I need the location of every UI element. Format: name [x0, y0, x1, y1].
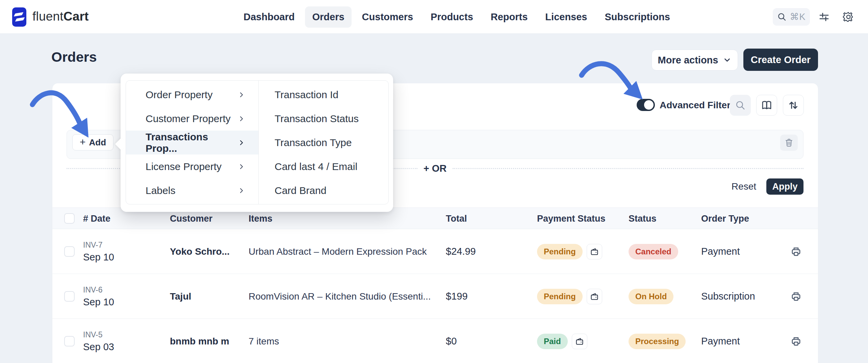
order-items: 7 items [249, 319, 279, 363]
menu-item-labels[interactable]: Labels [126, 178, 258, 202]
wallet-icon [590, 247, 599, 256]
search-icon [777, 12, 787, 22]
order-date: Sep 10 [83, 252, 114, 263]
customer-name[interactable]: Tajul [170, 274, 191, 319]
column-header-payment-status[interactable]: Payment Status [537, 208, 606, 229]
print-button[interactable] [788, 319, 804, 363]
table-row[interactable]: INV-5Sep 03 bnmb mnb m 7 items $0 Paid P… [52, 319, 818, 363]
sliders-icon [818, 11, 830, 23]
nav-item-orders[interactable]: Orders [305, 6, 351, 28]
chevron-down-icon [723, 56, 732, 64]
main-nav: Dashboard Orders Customers Products Repo… [236, 0, 677, 34]
order-items: Urban Abstract – Modern Expression Pack [249, 229, 427, 274]
payment-status-badge: Paid [537, 334, 568, 349]
column-header-order-type[interactable]: Order Type [701, 208, 749, 229]
payment-status-badge: Pending [537, 244, 583, 259]
global-search-button[interactable]: ⌘K [773, 8, 810, 26]
create-order-button[interactable]: Create Order [743, 49, 818, 71]
apply-button[interactable]: Apply [766, 178, 803, 195]
trash-icon [784, 138, 794, 148]
invoice-number: INV-6 [83, 285, 114, 295]
chevron-right-icon [237, 91, 246, 99]
gear-icon [842, 11, 854, 23]
customer-name[interactable]: bnmb mnb m [170, 319, 229, 363]
open-book-icon [761, 99, 773, 111]
chevron-right-icon [237, 139, 246, 147]
order-total: $24.99 [446, 229, 476, 274]
advanced-filter-label: Advanced Filter [660, 100, 731, 111]
nav-item-licenses[interactable]: Licenses [538, 6, 594, 28]
wallet-icon [575, 337, 584, 346]
nav-item-customers[interactable]: Customers [355, 6, 420, 28]
payment-details-button[interactable] [587, 289, 602, 304]
order-total: $0 [446, 319, 457, 363]
chevron-right-icon [237, 187, 246, 195]
reset-button[interactable]: Reset [732, 181, 756, 192]
nav-item-subscriptions[interactable]: Subscriptions [598, 6, 677, 28]
nav-item-dashboard[interactable]: Dashboard [236, 6, 302, 28]
order-date: Sep 03 [83, 341, 114, 353]
plus-icon: + [80, 136, 86, 148]
column-header-total[interactable]: Total [446, 208, 467, 229]
order-date: Sep 10 [83, 297, 114, 308]
menu-item-transactions-property[interactable]: Transactions Prop... [126, 131, 258, 155]
submenu-item-transaction-type[interactable]: Transaction Type [259, 131, 388, 155]
nav-item-reports[interactable]: Reports [484, 6, 535, 28]
settings-button[interactable] [840, 8, 857, 26]
order-status-badge: Processing [629, 334, 686, 349]
menu-item-customer-property[interactable]: Customer Property [126, 107, 258, 131]
row-checkbox[interactable] [64, 336, 75, 346]
invoice-number: INV-7 [83, 241, 114, 250]
chevron-right-icon [237, 115, 246, 123]
print-button[interactable] [788, 229, 804, 274]
docs-button[interactable] [756, 95, 777, 116]
order-type: Subscription [701, 274, 755, 319]
payment-details-button[interactable] [587, 244, 602, 259]
printer-icon [790, 246, 802, 258]
order-type: Payment [701, 319, 740, 363]
order-type: Payment [701, 229, 740, 274]
advanced-filter-toggle[interactable] [637, 99, 655, 111]
display-settings-button[interactable] [815, 8, 833, 26]
order-items: RoomVision AR – Kitchen Studio (Essenti.… [249, 274, 431, 319]
submenu-item-card-last4-email[interactable]: Card last 4 / Email [259, 155, 388, 178]
chevron-right-icon [237, 163, 246, 171]
order-status-badge: Canceled [629, 244, 678, 259]
payment-details-button[interactable] [572, 334, 587, 349]
row-checkbox[interactable] [64, 291, 75, 302]
fluentcart-logo-text: fluentCart [32, 9, 89, 24]
submenu-item-card-brand[interactable]: Card Brand [259, 178, 388, 202]
table-row[interactable]: INV-6Sep 10 Tajul RoomVision AR – Kitche… [52, 274, 818, 319]
more-actions-button[interactable]: More actions [652, 50, 738, 71]
top-bar: fluentCart Dashboard Orders Customers Pr… [0, 0, 868, 34]
sort-button[interactable] [783, 95, 804, 116]
fluentcart-logo-icon[interactable] [12, 7, 26, 27]
menu-item-license-property[interactable]: License Property [126, 155, 258, 178]
customer-name[interactable]: Yoko Schro... [170, 229, 230, 274]
sort-arrows-icon [787, 99, 799, 111]
add-filter-button[interactable]: + Add [72, 134, 113, 150]
print-button[interactable] [788, 274, 804, 319]
table-row[interactable]: INV-7Sep 10 Yoko Schro... Urban Abstract… [52, 229, 818, 274]
row-checkbox[interactable] [64, 246, 75, 257]
column-header-date[interactable]: # Date [83, 208, 110, 229]
filter-property-menu: Order Property Customer Property Transac… [121, 74, 393, 212]
delete-filter-button[interactable] [780, 135, 798, 151]
submenu-item-transaction-id[interactable]: Transaction Id [259, 83, 388, 107]
column-header-status[interactable]: Status [629, 208, 657, 229]
search-orders-button[interactable] [730, 95, 751, 116]
invoice-number: INV-5 [83, 330, 114, 339]
search-shortcut-label: ⌘K [790, 11, 806, 22]
add-or-group-button[interactable]: + OR [424, 163, 447, 174]
wallet-icon [590, 292, 599, 301]
transactions-submenu: Transaction Id Transaction Status Transa… [259, 81, 388, 204]
orders-page: fluentCart Dashboard Orders Customers Pr… [0, 0, 868, 363]
nav-item-products[interactable]: Products [424, 6, 480, 28]
select-all-checkbox[interactable] [64, 213, 75, 224]
menu-item-order-property[interactable]: Order Property [126, 83, 258, 107]
filter-property-groups: Order Property Customer Property Transac… [126, 81, 259, 204]
search-icon [735, 100, 746, 111]
submenu-item-transaction-status[interactable]: Transaction Status [259, 107, 388, 131]
order-total: $199 [446, 274, 468, 319]
printer-icon [790, 335, 802, 347]
